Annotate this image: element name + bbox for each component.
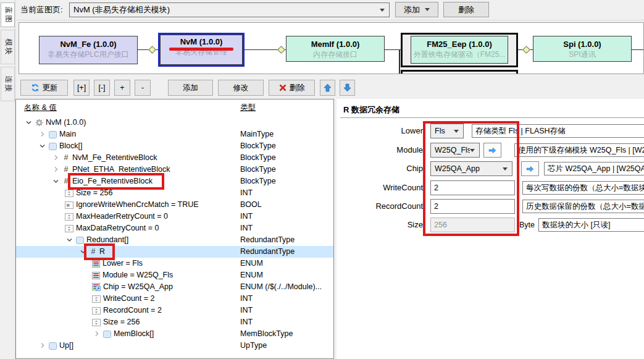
tree-row[interactable]: #Eio_Fe_RetentiveBlockBlockType bbox=[16, 175, 333, 187]
diagram-block-spi[interactable]: Spi (1.0.0) SPI通讯 bbox=[533, 36, 632, 62]
tree-row[interactable]: IgnoreWriteWhenCrcMatch = TRUEBOOL bbox=[16, 199, 333, 211]
tree-row[interactable]: Size = 256INT bbox=[16, 187, 333, 199]
block-title: Spi (1.0.0) bbox=[533, 36, 631, 49]
divider bbox=[340, 117, 644, 118]
add-blueprint-button[interactable]: 添加 bbox=[395, 2, 438, 17]
block-stack-frame-partial bbox=[401, 70, 518, 74]
enum-list-icon bbox=[92, 260, 100, 268]
collapse-arrow-icon[interactable] bbox=[51, 154, 60, 161]
side-tab-connections[interactable]: 连接 bbox=[1, 67, 15, 101]
tree-row[interactable]: WriteCount = 2INT bbox=[16, 293, 333, 305]
collapse-arrow-icon[interactable] bbox=[51, 166, 60, 173]
tree-row[interactable]: MainMainType bbox=[16, 129, 333, 140]
tree-row[interactable]: MaxHeaderRetryCount = 0INT bbox=[16, 211, 333, 222]
module-diagram-canvas: NvM_Fe (1.0.0) 非易失存储PLC用户接口 NvM (1.0.0) … bbox=[19, 22, 644, 74]
field-label: RecordCount bbox=[337, 199, 423, 214]
tree-row[interactable]: Chip = W25QA_AppENUM (/$(./../Module)... bbox=[16, 281, 333, 293]
diagram-block-nvm-fe[interactable]: NvM_Fe (1.0.0) 非易失存储PLC用户接口 bbox=[39, 36, 138, 64]
chip-select[interactable]: W25QA_App bbox=[430, 161, 512, 176]
tree-row[interactable]: Block[]BlockType bbox=[16, 140, 333, 152]
tree-row-text: NvM_Fe_RetentiveBlock bbox=[72, 152, 157, 164]
diagram-block-fm25-eep[interactable]: FM25_Eep (1.0.0) 外置铁电存储驱动（FM25... bbox=[411, 36, 508, 64]
goto-module-button[interactable] bbox=[483, 143, 501, 158]
field-label: Module bbox=[337, 143, 423, 158]
block-subtitle: 外置铁电存储驱动（FM25... bbox=[411, 49, 508, 59]
delete-blueprint-button[interactable]: 删除 bbox=[443, 2, 489, 17]
chevron-down-icon bbox=[380, 9, 385, 12]
recordcount-input[interactable] bbox=[430, 199, 515, 214]
block-subtitle: 内存存储接口 bbox=[286, 49, 384, 59]
add-node-button[interactable]: 添加 bbox=[168, 80, 213, 96]
collapse-arrow-icon[interactable] bbox=[38, 342, 46, 349]
tree-row-text: Size = 256 bbox=[103, 316, 140, 328]
tree-row-text: Chip = W25QA_App bbox=[103, 281, 173, 293]
port-diamond-icon bbox=[522, 46, 530, 54]
folder-square-icon bbox=[49, 342, 57, 350]
goto-chip-button[interactable] bbox=[521, 161, 539, 176]
collapse-arrow-icon[interactable] bbox=[38, 131, 46, 138]
tree-row-text: MaxHeaderRetryCount = 0 bbox=[76, 211, 168, 222]
arrow-right-icon bbox=[526, 166, 534, 172]
tree-row[interactable]: #RRedundantType bbox=[16, 246, 333, 258]
collapse-all-button[interactable]: [-] bbox=[94, 80, 110, 96]
side-tab-blueprint[interactable]: 蓝图 bbox=[1, 2, 15, 27]
tree-row-text: PNet_ETHA_RetentiveBlock bbox=[72, 164, 170, 175]
arrow-down-icon bbox=[343, 83, 351, 92]
tree-row[interactable]: MaxDataRetryCount = 0INT bbox=[16, 222, 333, 234]
int-spinner-icon bbox=[65, 225, 73, 232]
port-diamond-icon bbox=[148, 46, 156, 54]
lower-select[interactable]: Fls bbox=[430, 124, 464, 138]
expand-all-button[interactable]: [+] bbox=[73, 80, 90, 96]
expand-arrow-icon[interactable] bbox=[78, 248, 87, 255]
collapse-button[interactable]: - bbox=[135, 80, 151, 96]
writecount-input[interactable] bbox=[430, 180, 515, 195]
tree-row-text: MaxDataRetryCount = 0 bbox=[76, 222, 159, 234]
modify-node-button[interactable]: 修改 bbox=[218, 80, 264, 96]
move-down-button[interactable] bbox=[340, 80, 355, 96]
update-button[interactable]: 更新 bbox=[20, 80, 68, 96]
block-title: MemIf (1.0.0) bbox=[286, 36, 384, 49]
tree-row[interactable]: #PNet_ETHA_RetentiveBlockBlockType bbox=[16, 164, 333, 175]
side-tab-modules[interactable]: 模块 bbox=[1, 30, 15, 64]
tree-row[interactable]: MemBlock[]MemBlockType bbox=[16, 328, 333, 340]
tree-row-type: UpType bbox=[240, 340, 267, 352]
tree-row[interactable]: Redundant[]RedundantType bbox=[16, 234, 333, 246]
tree-row-type: BlockType bbox=[240, 152, 276, 164]
connector-line bbox=[632, 49, 644, 50]
size-input[interactable] bbox=[430, 218, 515, 232]
expand-arrow-icon[interactable] bbox=[38, 143, 46, 150]
blueprint-page-combobox[interactable]: NvM (非易失存储相关模块) bbox=[69, 2, 390, 17]
tree-row-text: MemBlock[] bbox=[114, 328, 154, 340]
move-up-button[interactable] bbox=[320, 80, 335, 96]
expand-button[interactable]: + bbox=[114, 80, 130, 96]
tree-row[interactable]: Up[]UpType bbox=[16, 340, 333, 352]
module-select[interactable]: W25Q_Fls bbox=[430, 143, 480, 158]
tree-row-type: ENUM (/$(./../Module)... bbox=[240, 281, 322, 293]
delete-node-button[interactable]: 删除 bbox=[269, 80, 315, 96]
tree-row[interactable]: NvM (1.0.0) bbox=[16, 117, 333, 129]
tree-row[interactable]: Size = 256INT bbox=[16, 316, 333, 328]
tree-row-text: NvM (1.0.0) bbox=[46, 117, 86, 129]
tree-row[interactable]: RecordCount = 2INT bbox=[16, 305, 333, 316]
side-tab-label: 蓝图 bbox=[2, 6, 13, 23]
tree-row-type: BlockType bbox=[240, 164, 276, 175]
expand-arrow-icon[interactable] bbox=[65, 237, 73, 243]
tree-header: 名称 & 值 类型 bbox=[16, 99, 333, 116]
expand-arrow-icon[interactable] bbox=[24, 119, 33, 126]
connector-branch-line bbox=[399, 49, 400, 74]
tree-row-type: INT bbox=[240, 293, 253, 305]
expand-arrow-icon[interactable] bbox=[51, 178, 60, 185]
field-row-writecount: WriteCount每次写数据的份数（总大小=数据块 bbox=[337, 180, 644, 196]
field-row-size: SizeByte数据块的大小 [只读] bbox=[337, 218, 644, 234]
int-spinner-icon bbox=[65, 190, 73, 197]
chevron-down-icon bbox=[425, 8, 430, 11]
tree-row-text: Eio_Fe_RetentiveBlock bbox=[72, 175, 153, 187]
folder-square-icon bbox=[49, 143, 57, 150]
arrow-up-icon bbox=[324, 83, 332, 92]
tree-row-type: MemBlockType bbox=[240, 328, 293, 340]
tree-row[interactable]: #NvM_Fe_RetentiveBlockBlockType bbox=[16, 152, 333, 164]
tree-row[interactable]: Module = W25Q_FlsENUM bbox=[16, 269, 333, 281]
collapse-arrow-icon[interactable] bbox=[92, 331, 101, 337]
tree-row[interactable]: Lower = FlsENUM bbox=[16, 258, 333, 269]
diagram-block-memif[interactable]: MemIf (1.0.0) 内存存储接口 bbox=[286, 36, 385, 62]
